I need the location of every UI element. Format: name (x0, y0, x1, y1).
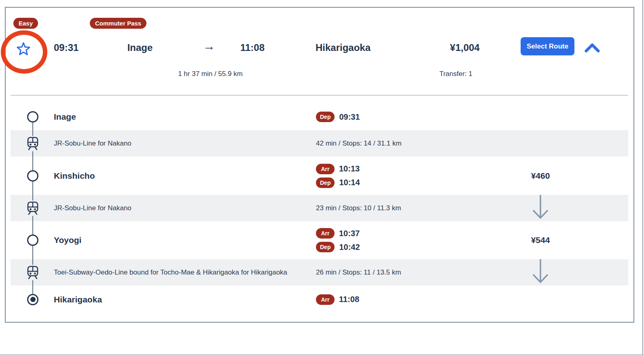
segment-row-1: JR-Sobu-Line for Nakano 42 min / Stops: … (6, 130, 633, 156)
segment-line-name: JR-Sobu-Line for Nakano (54, 195, 131, 221)
arr-badge: Arr (316, 228, 335, 239)
route-result-card: Easy Commuter Pass 09:31 Inage → 11:08 H… (5, 7, 634, 323)
fare-continues-down-arrow (527, 195, 553, 221)
header-divider (11, 95, 628, 95)
station-row-kinshicho: Kinshicho Arr 10:13 Dep 10:14 ¥460 (6, 156, 633, 195)
segment-line-name: Toei-Subway-Oedo-Line bound for Tocho-Ma… (54, 259, 287, 285)
page: Easy Commuter Pass 09:31 Inage → 11:08 H… (0, 0, 644, 355)
dep-time: 10:14 (339, 178, 360, 187)
summary-destination-station: Hikarigaoka (313, 42, 373, 53)
dep-badge: Dep (316, 178, 335, 188)
station-row-hikarigaoka: Hikarigaoka Arr 11:08 (6, 285, 633, 313)
arr-time: 11:08 (339, 295, 359, 304)
summary-total-fare: ¥1,004 (434, 42, 495, 53)
itinerary-timeline: Inage Dep 09:31 (6, 104, 633, 313)
train-icon (26, 265, 40, 280)
dep-badge: Dep (316, 242, 335, 252)
station-stop-circle-icon (27, 111, 38, 123)
segment-row-2: JR-Sobu-Line for Nakano 23 min / Stops: … (6, 195, 633, 221)
dep-time: 09:31 (339, 112, 360, 122)
arr-time: 10:37 (339, 229, 360, 238)
station-stop-circle-icon (27, 235, 38, 246)
station-row-inage: Inage Dep 09:31 (6, 104, 633, 130)
chevron-up-icon (585, 42, 600, 53)
dep-time: 10:42 (339, 243, 360, 252)
arr-badge: Arr (316, 294, 335, 305)
station-stop-circle-icon (27, 170, 38, 182)
terminal-station-bullseye-icon (27, 294, 38, 305)
favorite-star-button[interactable] (16, 42, 31, 57)
right-arrow-icon: → (197, 40, 221, 52)
segment-line-name: JR-Sobu-Line for Nakano (54, 130, 131, 156)
leg-fare: ¥460 (510, 156, 571, 195)
segment-info: 42 min / Stops: 14 / 31.1 km (316, 130, 402, 156)
train-icon (26, 136, 40, 151)
select-route-button[interactable]: Select Route (521, 37, 574, 55)
star-icon (16, 42, 31, 57)
segment-row-3: Toei-Subway-Oedo-Line bound for Tocho-Ma… (6, 259, 633, 285)
summary-origin-station: Inage (110, 42, 170, 53)
leg-fare: ¥544 (510, 221, 571, 259)
arr-time: 10:13 (339, 164, 360, 173)
summary-duration-distance: 1 hr 37 min / 55.9 km (170, 70, 251, 78)
summary-transfer-count: Transfer: 1 (426, 70, 486, 78)
summary-arrival-time: 11:08 (240, 42, 265, 53)
collapse-details-button[interactable] (585, 42, 600, 53)
station-row-yoyogi: Yoyogi Arr 10:37 Dep 10:42 ¥544 (6, 221, 633, 259)
station-name: Kinshicho (54, 156, 95, 195)
summary-departure-time: 09:31 (54, 42, 78, 53)
fare-continues-down-arrow (527, 259, 553, 285)
dep-badge: Dep (316, 112, 335, 122)
tag-commuter-pass: Commuter Pass (90, 18, 146, 29)
station-name: Hikarigaoka (54, 285, 102, 313)
page-right-border (642, 0, 643, 355)
segment-info: 23 min / Stops: 10 / 11.3 km (316, 195, 401, 221)
tag-easy: Easy (13, 18, 38, 29)
station-name: Inage (54, 104, 76, 130)
train-icon (26, 201, 40, 216)
arr-badge: Arr (316, 164, 335, 174)
segment-info: 26 min / Stops: 11 / 13.5 km (316, 259, 401, 285)
station-name: Yoyogi (54, 221, 81, 259)
